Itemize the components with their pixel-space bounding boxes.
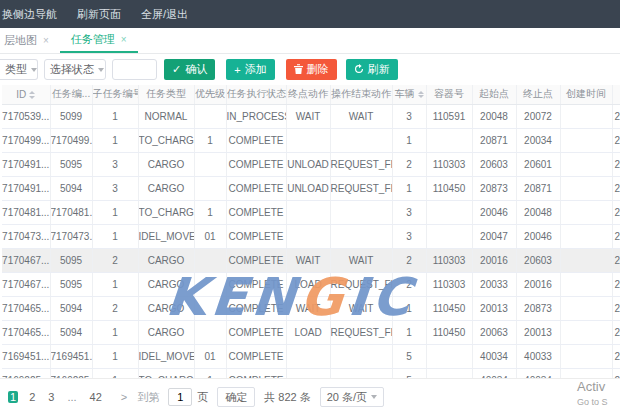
status-select-value: 选择状态 <box>50 62 94 77</box>
column-header-8[interactable]: 车辆 <box>392 85 426 104</box>
table-cell: REQUEST_FI... <box>330 272 392 296</box>
app-window: 换侧边导航 刷新页面 全屏/退出 层地图 × 任务管理 × 类型 选择状态 ✓ … <box>0 0 620 415</box>
table-row[interactable]: 7170467...50952CARGOCOMPLETEWAITWAIT2110… <box>2 248 620 272</box>
table-cell: LOAD <box>286 272 330 296</box>
tab-map-label: 层地图 <box>4 33 37 48</box>
column-header-0[interactable]: ID <box>2 85 50 104</box>
status-select[interactable]: 选择状态 <box>44 59 106 80</box>
table-cell: NORMAL <box>138 104 194 128</box>
table-row[interactable]: 7169225...7169225...1TO_CHARGE1COMPLETE5… <box>2 368 620 378</box>
table-cell <box>426 368 472 378</box>
chevron-down-icon <box>31 68 37 72</box>
table-cell: WAIT <box>286 296 330 320</box>
chevron-down-icon <box>98 68 104 72</box>
confirm-button[interactable]: ✓ 确认 <box>164 59 215 80</box>
page-jump-input[interactable] <box>168 388 192 406</box>
close-icon[interactable]: × <box>121 34 127 45</box>
table-cell: 7169451... <box>50 344 92 368</box>
nav-fullscreen-exit[interactable]: 全屏/退出 <box>141 7 188 22</box>
table-cell: 1 <box>92 272 138 296</box>
column-header-6: 终点动作 <box>286 85 330 104</box>
table-cell: 110450 <box>426 176 472 200</box>
table-row[interactable]: 7170491...50953CARGOCOMPLETEUNLOADREQUES… <box>2 152 620 176</box>
type-select-value: 类型 <box>5 62 27 77</box>
table-cell: 20 <box>612 272 620 296</box>
table-cell: 7170499... <box>2 128 50 152</box>
table-cell: 20 <box>612 320 620 344</box>
column-header-2[interactable]: 子任务编号 <box>92 85 138 104</box>
nav-toggle-sidebar[interactable]: 换侧边导航 <box>2 7 57 22</box>
table-cell: 20 <box>612 368 620 378</box>
table-cell <box>560 128 612 152</box>
table-cell: WAIT <box>330 248 392 272</box>
table-cell <box>560 368 612 378</box>
top-navbar: 换侧边导航 刷新页面 全屏/退出 <box>0 0 620 28</box>
table-row[interactable]: 7170481...7170481...1TO_CHARGE1COMPLETE3… <box>2 200 620 224</box>
table-cell: REQUEST_FI... <box>330 176 392 200</box>
table-cell: 2 <box>92 296 138 320</box>
table-cell <box>194 272 226 296</box>
page-size-select[interactable]: 20 条/页 <box>320 387 384 407</box>
table-cell: COMPLETE <box>226 344 286 368</box>
table-cell: UNLOAD <box>286 152 330 176</box>
table-cell: COMPLETE <box>226 368 286 378</box>
table-cell: 20048 <box>472 104 516 128</box>
page-button-42[interactable]: 42 <box>88 391 104 403</box>
table-row[interactable]: 7170467...50951CARGOCOMPLETELOADREQUEST_… <box>2 272 620 296</box>
page-button-1[interactable]: 1 <box>8 391 18 403</box>
table-cell: TO_CHARGE <box>138 368 194 378</box>
table-cell: 20034 <box>516 128 560 152</box>
table-row[interactable]: 7170465...50942CARGOCOMPLETEWAITWAIT1110… <box>2 296 620 320</box>
sort-icon[interactable] <box>418 91 424 99</box>
tab-task-management[interactable]: 任务管理 × <box>60 28 138 53</box>
table-cell: 5 <box>392 368 426 378</box>
nav-refresh-page[interactable]: 刷新页面 <box>77 7 121 22</box>
table-cell: COMPLETE <box>226 248 286 272</box>
table-cell <box>560 200 612 224</box>
jump-confirm-button[interactable]: 确定 <box>217 387 255 407</box>
table-cell <box>330 224 392 248</box>
table-cell: 1 <box>392 176 426 200</box>
page-button-2[interactable]: 2 <box>27 391 37 403</box>
table-cell: 20063 <box>472 320 516 344</box>
column-header-7: 操作结束动作 <box>330 85 392 104</box>
table-cell: IDEL_MOVE <box>138 224 194 248</box>
tab-task-label: 任务管理 <box>71 32 115 47</box>
table-row[interactable]: 7170539...50991NORMALIN_PROCESSWAITWAIT3… <box>2 104 620 128</box>
table-cell <box>560 320 612 344</box>
table-cell: 20016 <box>472 248 516 272</box>
table-row[interactable]: 7170473...7170473...1IDEL_MOVE01COMPLETE… <box>2 224 620 248</box>
sort-icon[interactable] <box>29 91 35 99</box>
table-cell: 1 <box>92 200 138 224</box>
add-button[interactable]: + 添加 <box>226 59 274 80</box>
table-row[interactable]: 7169451...7169451...1IDEL_MOVE01COMPLETE… <box>2 344 620 368</box>
table-row[interactable]: 7170499...7170499...1TO_CHARGE1COMPLETE1… <box>2 128 620 152</box>
type-select[interactable]: 类型 <box>0 59 38 80</box>
table-cell: 5094 <box>50 176 92 200</box>
search-input[interactable] <box>112 59 157 80</box>
table-cell: WAIT <box>286 104 330 128</box>
table-cell: 5099 <box>50 104 92 128</box>
table-cell: 3 <box>392 224 426 248</box>
table-cell: 1 <box>392 296 426 320</box>
table-row[interactable]: 7170465...50941CARGOCOMPLETELOADREQUEST_… <box>2 320 620 344</box>
table-cell: 20013 <box>516 320 560 344</box>
table-cell <box>330 344 392 368</box>
next-page-button[interactable]: > <box>121 391 127 403</box>
table-cell <box>286 344 330 368</box>
tab-map[interactable]: 层地图 × <box>0 28 60 53</box>
column-header-10: 起始点 <box>472 85 516 104</box>
refresh-button[interactable]: 刷新 <box>346 59 398 80</box>
table-cell <box>426 224 472 248</box>
table-row[interactable]: 7170491...50943CARGOCOMPLETEUNLOADREQUES… <box>2 176 620 200</box>
table-cell: 5094 <box>50 320 92 344</box>
total-count-label: 共 822 条 <box>264 390 310 405</box>
table-cell: 20 <box>612 104 620 128</box>
delete-button[interactable]: 删除 <box>286 59 337 80</box>
table-cell <box>194 296 226 320</box>
table-cell: CARGO <box>138 176 194 200</box>
close-icon[interactable]: × <box>43 35 49 46</box>
refresh-icon <box>354 64 364 76</box>
check-icon: ✓ <box>172 63 181 76</box>
page-button-3[interactable]: 3 <box>46 391 56 403</box>
